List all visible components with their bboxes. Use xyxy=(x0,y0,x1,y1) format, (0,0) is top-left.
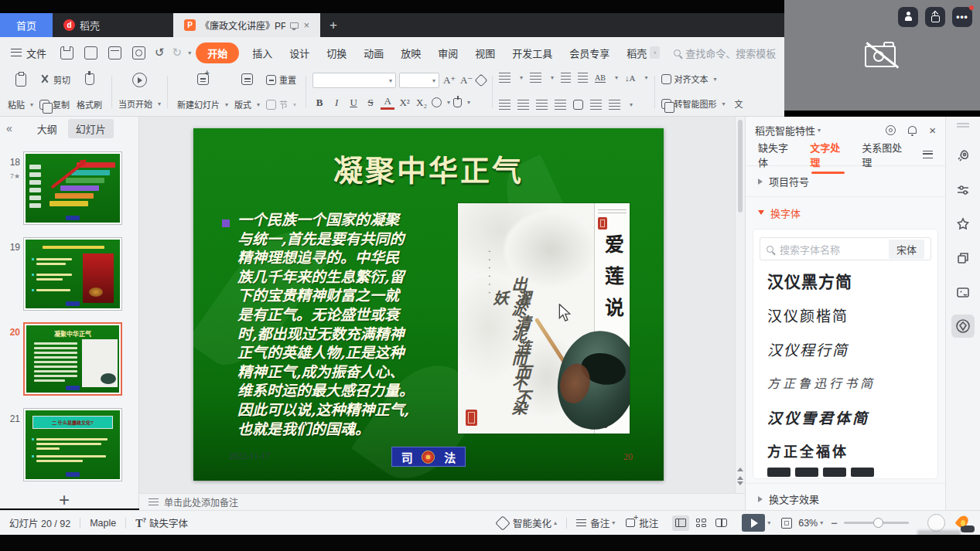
zoom-slider-handle[interactable] xyxy=(873,518,883,528)
align-text-button[interactable]: 对齐文本▾ xyxy=(661,73,743,85)
zoom-reset-button[interactable] xyxy=(927,514,945,532)
font-item[interactable]: 汉仪雪君体简 xyxy=(753,400,937,434)
font-item-clipped[interactable] xyxy=(753,468,937,478)
text-direction-icon[interactable]: AB xyxy=(595,73,606,83)
reading-view-button[interactable] xyxy=(712,515,729,531)
menu-animation[interactable]: 动画 xyxy=(355,46,392,60)
comments-button[interactable]: 批注 xyxy=(639,515,658,530)
slide-20-canvas[interactable]: 凝聚中华正气 一个民族一个国家的凝聚与统一,首先是要有共同的 精神理想追寻的。中… xyxy=(193,128,664,481)
align-left-icon[interactable] xyxy=(499,100,510,110)
close-tab-icon[interactable]: × xyxy=(303,20,309,30)
notes-bar[interactable]: 单击此处添加备注 xyxy=(139,493,745,510)
cast-icon[interactable] xyxy=(290,22,299,29)
notes-toggle[interactable]: 备注 xyxy=(590,515,610,530)
slideshow-play-button[interactable] xyxy=(742,514,765,532)
missing-font-status[interactable]: 缺失字体 xyxy=(149,515,188,530)
slide-body-text[interactable]: 一个民族一个国家的凝聚与统一,首先是要有共同的 精神理想追寻的。中华民族几千年来… xyxy=(237,210,466,438)
export-icon[interactable] xyxy=(84,46,97,60)
panel-title[interactable]: 稻壳智能特性 xyxy=(755,123,815,138)
paragraph-spacing-icon[interactable] xyxy=(609,100,620,110)
fit-slide-icon[interactable] xyxy=(781,518,792,529)
line-spacing-icon[interactable] xyxy=(590,100,602,110)
menu-insert[interactable]: 插入 xyxy=(244,46,281,60)
redo-icon[interactable]: ↻ xyxy=(172,46,183,60)
strip-drag-handle[interactable] xyxy=(957,123,969,128)
menu-view[interactable]: 视图 xyxy=(466,46,504,60)
next-slide-icon[interactable] xyxy=(737,481,743,485)
rocket-quick-tools-icon[interactable] xyxy=(951,145,975,168)
print-preview-icon[interactable] xyxy=(132,46,145,60)
reset-button[interactable]: 重置 xyxy=(266,73,296,86)
font-item[interactable]: 汉仪黑方简 xyxy=(753,264,937,298)
close-panel-icon[interactable]: × xyxy=(929,124,936,137)
font-search-box[interactable]: 搜索字体名称 宋体 xyxy=(760,237,931,260)
increase-font-icon[interactable]: A⁺ xyxy=(442,74,456,87)
font-size-select[interactable]: ▾ xyxy=(399,73,439,88)
zoom-slider[interactable] xyxy=(844,522,909,524)
italic-button[interactable]: I xyxy=(330,97,343,109)
strikethrough-button[interactable]: S xyxy=(364,97,377,109)
phonetic-guide-icon[interactable] xyxy=(432,97,442,107)
menu-slideshow[interactable]: 放映 xyxy=(392,46,429,60)
font-filter-chip[interactable]: 宋体 xyxy=(889,240,924,259)
tab-docer[interactable]: d 稻壳 xyxy=(53,13,145,37)
new-slide-button[interactable]: 新建幻灯片▾ xyxy=(177,72,228,112)
font-item[interactable]: 方正全福体 xyxy=(753,434,937,468)
columns-icon[interactable] xyxy=(573,100,583,110)
align-center-icon[interactable] xyxy=(517,100,529,110)
paste-button[interactable]: 粘贴▾ xyxy=(8,72,33,112)
menu-review[interactable]: 审阅 xyxy=(429,46,466,60)
font-item[interactable]: 汉仪程行简 xyxy=(753,332,937,366)
slide-19-thumbnail[interactable] xyxy=(23,237,122,311)
section-change-font[interactable]: 换字体 xyxy=(746,197,945,228)
tab-document[interactable]: P 《廉政文化讲座》PPT课件.ppt × xyxy=(173,13,320,37)
decrease-font-icon[interactable]: A⁻ xyxy=(459,74,473,87)
align-right-icon[interactable] xyxy=(536,100,548,110)
footer-justice-badge[interactable]: 司 法 xyxy=(391,447,466,467)
hotspot-flame-icon[interactable] xyxy=(956,515,969,531)
sort-text-icon[interactable]: ↓A xyxy=(625,73,635,83)
gem-member-icon[interactable] xyxy=(951,315,975,338)
font-item[interactable]: 方正鲁迅行书简 xyxy=(753,366,937,400)
slide-20-thumbnail-selected[interactable]: 凝聚中华正气 xyxy=(23,322,122,396)
numbered-list-icon[interactable] xyxy=(530,73,541,83)
bullet-list-icon[interactable] xyxy=(499,73,510,83)
add-slide-button[interactable]: + xyxy=(59,489,70,511)
subscript-button[interactable]: X₂ xyxy=(415,97,429,109)
print-icon[interactable] xyxy=(108,46,121,60)
menu-devtools[interactable]: 开发工具 xyxy=(504,46,561,60)
participant-button[interactable] xyxy=(898,7,918,27)
scroll-up-icon[interactable] xyxy=(737,468,743,471)
collapse-sidebar-icon[interactable]: « xyxy=(6,122,12,134)
more-options-button[interactable]: ••• xyxy=(952,7,972,27)
previous-slide-icon[interactable] xyxy=(737,476,743,480)
menu-docer[interactable]: 稻壳 xyxy=(618,46,648,60)
clear-format-icon[interactable] xyxy=(475,74,488,87)
font-family-select[interactable]: ▾ xyxy=(312,73,396,88)
underline-button[interactable]: U xyxy=(347,97,360,109)
font-item[interactable]: 汉仪颜楷简 xyxy=(753,298,937,332)
beautify-button[interactable]: 智能美化 xyxy=(513,515,551,530)
duplicate-window-icon[interactable] xyxy=(951,247,975,270)
superscript-button[interactable]: X² xyxy=(398,97,411,109)
share-button[interactable] xyxy=(925,7,945,27)
sidebar-tab-slides[interactable]: 幻灯片 xyxy=(68,119,114,138)
canvas-scrollbar[interactable] xyxy=(735,117,745,493)
format-painter-button[interactable]: 格式刷 xyxy=(77,72,102,112)
tab-diagram-processing[interactable]: 关系图处理 xyxy=(862,140,907,174)
sticker-stamp-icon[interactable] xyxy=(951,281,975,304)
justify-icon[interactable] xyxy=(555,100,566,110)
slide-21-thumbnail[interactable]: 二 什么是廉政文化? xyxy=(23,408,122,481)
new-tab-button[interactable]: + xyxy=(320,13,347,37)
theme-name[interactable]: Maple xyxy=(90,518,116,529)
section-change-text-effect[interactable]: 换文字效果 xyxy=(746,483,945,514)
zoom-out-button[interactable]: − xyxy=(831,516,838,529)
slide-18-thumbnail[interactable] xyxy=(23,151,122,225)
indent-icon[interactable] xyxy=(578,73,588,83)
cut-button[interactable]: 剪切 xyxy=(39,73,70,86)
menu-design[interactable]: 设计 xyxy=(281,46,318,60)
text-tool-label[interactable]: 文 xyxy=(735,97,743,110)
command-search[interactable]: 查找命令、搜索模板 xyxy=(674,46,776,60)
docer-expand-icon[interactable]: › xyxy=(650,46,660,59)
save-icon[interactable] xyxy=(60,46,73,60)
